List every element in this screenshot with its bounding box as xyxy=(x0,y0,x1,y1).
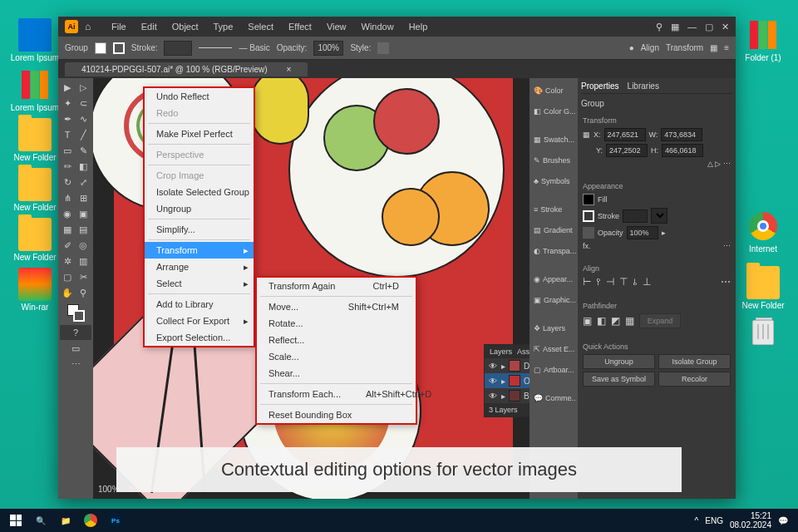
graph-tool[interactable]: ▥ xyxy=(76,254,91,268)
panel-btn-assetexport[interactable]: ⇱ Asset E... xyxy=(531,340,576,358)
y-input[interactable] xyxy=(606,144,648,157)
close-button[interactable]: ✕ xyxy=(722,22,729,32)
perspective-tool[interactable]: ▣ xyxy=(76,206,91,221)
fx-label[interactable]: fx. xyxy=(583,242,591,250)
opacity-input[interactable] xyxy=(313,41,343,56)
zoom-tool[interactable]: ⚲ xyxy=(76,285,91,300)
cm-redo[interactable]: Redo xyxy=(145,105,254,121)
canvas[interactable]: 100% ↻ 0° Layers Asset Export Artboards … xyxy=(93,78,530,499)
taskbar-explorer[interactable]: 📁 xyxy=(53,510,78,530)
tab-close-icon[interactable]: × xyxy=(278,62,299,76)
cm-shear[interactable]: Shear... xyxy=(257,365,416,382)
panel-btn-brushes[interactable]: ✎ Brushes xyxy=(531,151,576,170)
fill-stroke-icon[interactable] xyxy=(60,301,91,324)
menu-window[interactable]: Window xyxy=(355,19,401,34)
taskbar-chrome[interactable] xyxy=(78,510,103,530)
cm-move[interactable]: Move...Shift+Ctrl+M xyxy=(257,298,416,315)
document-tab[interactable]: 410214-PDPGGI-507.ai* @ 100 % (RGB/Previ… xyxy=(65,62,308,76)
panel-btn-graphicstyles[interactable]: ▣ Graphic... xyxy=(531,291,576,309)
transform-label[interactable]: Transform xyxy=(666,43,703,52)
align-icon[interactable]: ● xyxy=(629,43,634,52)
reference-point-icon[interactable]: ▦ xyxy=(583,131,590,139)
layer-row[interactable]: 👁▸Objects◉ xyxy=(485,373,530,388)
panel-btn-layers[interactable]: ❖ Layers xyxy=(531,319,576,337)
pen-tool[interactable]: ✒ xyxy=(60,111,75,126)
cm-rotate[interactable]: Rotate... xyxy=(257,315,416,332)
x-input[interactable] xyxy=(604,128,646,141)
search-button[interactable]: 🔍 xyxy=(28,510,53,530)
visibility-icon[interactable]: 👁 xyxy=(488,377,498,386)
align-right-icon[interactable]: ⊣ xyxy=(606,276,614,288)
stroke-swatch[interactable] xyxy=(583,210,594,222)
start-button[interactable] xyxy=(3,510,28,530)
shape-builder-tool[interactable]: ◉ xyxy=(60,206,75,221)
menu-edit[interactable]: Edit xyxy=(135,19,164,34)
draw-mode-icon[interactable]: ? xyxy=(60,325,91,340)
direct-selection-tool[interactable]: ▷ xyxy=(76,80,91,95)
notifications-icon[interactable]: 💬 xyxy=(778,516,788,525)
additional-icon[interactable]: ▦ xyxy=(710,43,717,52)
clock-time[interactable]: 15:21 xyxy=(730,511,771,520)
menu-effect[interactable]: Effect xyxy=(282,19,318,34)
desktop-icon-folder[interactable]: New Folder xyxy=(10,118,60,162)
cm-scale[interactable]: Scale... xyxy=(257,348,416,365)
hand-tool[interactable]: ✋ xyxy=(60,285,75,300)
menu-type[interactable]: Type xyxy=(207,19,240,34)
panel-btn-stroke[interactable]: ≡ Stroke xyxy=(531,200,576,219)
opacity-input[interactable] xyxy=(627,226,658,239)
cm-reset-bounding-box[interactable]: Reset Bounding Box xyxy=(257,406,416,423)
cm-select[interactable]: Select xyxy=(145,275,254,292)
qa-recolor-button[interactable]: Recolor xyxy=(658,372,731,387)
menu-view[interactable]: View xyxy=(320,19,353,34)
h-input[interactable] xyxy=(662,144,703,157)
align-left-icon[interactable]: ⊢ xyxy=(583,276,591,288)
gradient-tool[interactable]: ▤ xyxy=(76,222,91,237)
arrange-docs-icon[interactable]: ▦ xyxy=(671,22,679,32)
search-icon[interactable]: ⚲ xyxy=(656,22,663,32)
qa-ungroup-button[interactable]: Ungroup xyxy=(583,354,655,369)
artboard-tool[interactable]: ▢ xyxy=(60,269,75,284)
shaper-tool[interactable]: ✏ xyxy=(60,159,75,174)
home-icon[interactable]: ⌂ xyxy=(85,21,98,32)
pf-expand-button[interactable]: Expand xyxy=(639,313,681,328)
panel-btn-color[interactable]: 🎨 Color xyxy=(531,81,576,100)
qa-savesymbol-button[interactable]: Save as Symbol xyxy=(583,372,655,387)
line-tool[interactable]: ╱ xyxy=(76,127,91,142)
cm-export-selection[interactable]: Export Selection... xyxy=(145,329,254,346)
desktop-icon-binders[interactable]: Folder (1) xyxy=(738,18,788,62)
paintbrush-tool[interactable]: ✎ xyxy=(76,143,91,158)
screen-mode-icon[interactable]: ▭ xyxy=(60,341,91,356)
panel-btn-colorguide[interactable]: ◧ Color G... xyxy=(531,102,576,121)
style-swatch[interactable] xyxy=(377,42,389,54)
cm-transform[interactable]: Transform xyxy=(145,242,254,259)
align-more-icon[interactable]: ⋯ xyxy=(721,276,731,288)
cm-transform-again[interactable]: Transform AgainCtrl+D xyxy=(257,278,416,294)
tray-up-icon[interactable]: ^ xyxy=(695,516,699,525)
visibility-icon[interactable]: 👁 xyxy=(488,362,498,371)
menu-file[interactable]: File xyxy=(105,19,133,34)
panel-btn-swatches[interactable]: ▦ Swatch... xyxy=(531,131,576,149)
opacity-dropdown-icon[interactable]: ▸ xyxy=(662,229,666,237)
tab-asset-export[interactable]: Asset Export xyxy=(517,347,530,356)
desktop-icon-folder[interactable]: New Folder xyxy=(10,218,60,262)
scale-tool[interactable]: ⤢ xyxy=(76,175,91,190)
align-hcenter-icon[interactable]: ⫯ xyxy=(596,276,601,288)
panel-btn-symbols[interactable]: ♣ Symbols xyxy=(531,172,576,190)
maximize-button[interactable]: ▢ xyxy=(705,22,713,32)
expand-icon[interactable]: ▸ xyxy=(501,392,505,401)
tab-properties[interactable]: Properties xyxy=(581,81,619,91)
menu-object[interactable]: Object xyxy=(165,19,205,34)
tab-layers[interactable]: Layers xyxy=(490,347,512,356)
lasso-tool[interactable]: ⊂ xyxy=(76,96,91,111)
w-input[interactable] xyxy=(661,128,702,141)
blend-tool[interactable]: ◎ xyxy=(76,238,91,253)
cm-ungroup[interactable]: Ungroup xyxy=(145,200,254,217)
layer-row[interactable]: 👁▸Background○ xyxy=(485,388,530,403)
panel-btn-artboards[interactable]: ▢ Artboar... xyxy=(531,361,576,379)
language-indicator[interactable]: ENG xyxy=(705,516,723,525)
desktop-icon-winrar[interactable]: Win-rar xyxy=(10,268,60,312)
pf-intersect-icon[interactable]: ◩ xyxy=(611,315,620,327)
magic-wand-tool[interactable]: ✦ xyxy=(60,96,75,111)
fill-swatch[interactable] xyxy=(583,194,594,205)
stroke-swatch[interactable] xyxy=(113,42,125,54)
